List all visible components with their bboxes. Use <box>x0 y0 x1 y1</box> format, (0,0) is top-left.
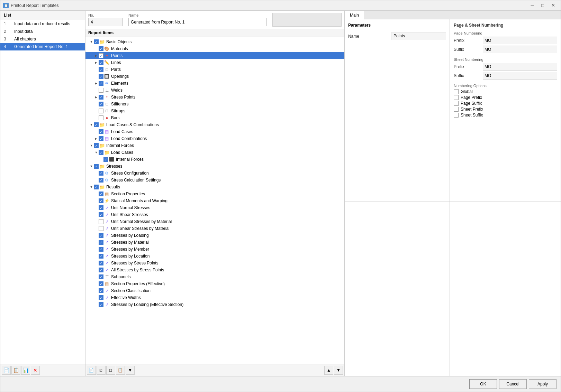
tree-checkbox-load-cases-1[interactable]: ✓ <box>99 129 103 134</box>
tree-checkbox-stresses-member[interactable]: ✓ <box>99 247 103 252</box>
maximize-button[interactable]: □ <box>538 2 548 9</box>
cancel-button[interactable]: Cancel <box>499 379 527 389</box>
tree-checkbox-stresses-loading-eff[interactable]: ✓ <box>99 302 103 307</box>
tree-checkbox-section-props[interactable]: ✓ <box>99 192 103 196</box>
tree-checkbox-load-combinations[interactable]: ✓ <box>99 136 103 141</box>
tree-node-welds[interactable]: ⊥ Welds <box>85 87 344 94</box>
tree-checkbox-bars[interactable] <box>99 115 103 120</box>
tree-checkbox-int-forces-child[interactable]: ✓ <box>103 157 108 162</box>
tree-checkbox-section-class[interactable]: ✓ <box>99 288 103 293</box>
tree-checkbox-parts[interactable]: ✓ <box>99 67 103 72</box>
list-item-selected[interactable]: 4 Generated from Report No. 1 <box>0 43 85 50</box>
tree-node-stresses-member[interactable]: ✓ ↗ Stresses by Member <box>85 246 344 253</box>
tree-node-stresses-stress-pts[interactable]: ✓ ↗ Stresses by Stress Points <box>85 260 344 267</box>
tab-main[interactable]: Main <box>345 11 364 19</box>
tree-checkbox-basic-objects[interactable]: ✓ <box>94 39 99 44</box>
tree-checkbox-stress-calc[interactable]: ✓ <box>99 178 103 183</box>
tree-toggle-basic-objects[interactable]: ▼ <box>89 39 94 44</box>
tree-node-load-cases-2[interactable]: ▼ ✓ 📁 Load Cases <box>85 149 344 156</box>
tree-node-unit-shear-mat[interactable]: ↗ Unit Shear Stresses by Material <box>85 225 344 232</box>
tree-node-stresses-loading[interactable]: ✓ ↗ Stresses by Loading <box>85 232 344 239</box>
add-report-button[interactable]: 📄 <box>2 366 11 375</box>
name-input[interactable] <box>128 18 267 26</box>
tree-checkbox-unit-shear-mat[interactable] <box>99 226 103 231</box>
tree-node-results[interactable]: ▼ ✓ 📁 Results <box>85 184 344 190</box>
tree-node-unit-shear[interactable]: ✓ ↗ Unit Shear Stresses <box>85 211 344 218</box>
tree-node-subpanels[interactable]: ✓ ⊤ Subpanels <box>85 273 344 280</box>
tree-node-materials[interactable]: ✓ 🎨 Materials <box>85 45 344 52</box>
filter-button[interactable]: ▼ <box>126 366 135 375</box>
tree-checkbox-stirrups[interactable] <box>99 109 103 113</box>
tree-checkbox-stress-config[interactable]: ✓ <box>99 171 103 176</box>
tree-checkbox-all-stresses[interactable]: ✓ <box>99 268 103 272</box>
tree-checkbox-unit-normal-mat[interactable] <box>99 219 103 224</box>
tree-node-unit-normal-mat[interactable]: ↗ Unit Normal Stresses by Material <box>85 218 344 225</box>
tree-node-stress-calc-settings[interactable]: ✓ ⚙ Stress Calculation Settings <box>85 177 344 184</box>
ok-button[interactable]: OK <box>469 379 497 389</box>
export-report-button[interactable]: 📊 <box>21 366 30 375</box>
tree-node-all-stresses[interactable]: ✓ ↗ All Stresses by Stress Points <box>85 267 344 273</box>
tree-node-stirrups[interactable]: ⊓ Stirrups <box>85 108 344 114</box>
tree-node-internal-forces-child[interactable]: ✓ ⬛ Internal Forces <box>85 156 344 163</box>
add-item-button[interactable]: 📄 <box>87 366 96 375</box>
list-item[interactable]: 2 Input data <box>0 28 85 35</box>
tree-checkbox-materials[interactable]: ✓ <box>99 46 103 51</box>
tree-toggle-points[interactable]: ▶ <box>94 53 99 58</box>
tree-node-load-combinations[interactable]: ▶ ✓ ▤ Load Combinations <box>85 135 344 142</box>
global-checkbox[interactable] <box>454 89 459 94</box>
tree-checkbox-stresses-location[interactable]: ✓ <box>99 254 103 259</box>
tree-checkbox-stresses-loading[interactable]: ✓ <box>99 233 103 238</box>
tree-node-bars[interactable]: ● Bars <box>85 114 344 121</box>
tree-toggle-stress-pts[interactable]: ▶ <box>94 95 99 100</box>
tree-toggle-results[interactable]: ▼ <box>89 185 94 189</box>
tree-checkbox-unit-shear[interactable]: ✓ <box>99 212 103 217</box>
tree-checkbox-subpanels[interactable]: ✓ <box>99 274 103 279</box>
tree-node-load-cases-1[interactable]: ✓ ▤ Load Cases <box>85 128 344 135</box>
prefix-input[interactable] <box>483 37 557 44</box>
move-down-button[interactable]: ▼ <box>334 366 343 375</box>
check-all-button[interactable]: ☑ <box>97 366 106 375</box>
tree-node-stresses-loading-eff[interactable]: ✓ ↗ Stresses by Loading (Effective Secti… <box>85 301 344 308</box>
tree-node-internal-forces-parent[interactable]: ▼ ✓ 📁 Internal Forces <box>85 142 344 149</box>
tree-checkbox-elements[interactable]: ✓ <box>99 81 103 86</box>
tree-toggle-stresses[interactable]: ▼ <box>89 164 94 169</box>
copy-item-button[interactable]: 📋 <box>116 366 125 375</box>
minimize-button[interactable]: ─ <box>527 2 537 9</box>
delete-report-button[interactable]: ✕ <box>31 366 40 375</box>
tree-node-effective-widths[interactable]: ✓ ↗ Effective Widths <box>85 294 344 301</box>
tree-checkbox-statical-moments[interactable]: ✓ <box>99 198 103 203</box>
tree-node-points[interactable]: ▶ ✓ ✦ Points <box>85 52 344 59</box>
tree-checkbox-points[interactable]: ✓ <box>99 53 103 58</box>
tree-toggle-lines[interactable]: ▶ <box>94 60 99 65</box>
tree-checkbox-internal-forces[interactable]: ✓ <box>94 143 99 148</box>
tree-toggle-load-cases-2[interactable]: ▼ <box>94 150 99 155</box>
tree-node-stiffeners[interactable]: ✓ ⊏ Stiffeners <box>85 101 344 108</box>
tree-node-lines[interactable]: ▶ ✓ ✏️ Lines <box>85 59 344 66</box>
no-input[interactable] <box>88 18 123 26</box>
tree-node-unit-normal[interactable]: ✓ ↗ Unit Normal Stresses <box>85 204 344 211</box>
tree-checkbox-load-cases-combo[interactable]: ✓ <box>94 122 99 127</box>
page-prefix-checkbox[interactable] <box>454 95 459 100</box>
tree-node-statical-moments[interactable]: ✓ ⚡ Statical Moments and Warping <box>85 197 344 204</box>
uncheck-button[interactable]: ☐ <box>106 366 115 375</box>
list-item[interactable]: 3 All chapters <box>0 35 85 43</box>
tree-node-section-class[interactable]: ✓ ↗ Section Classification <box>85 287 344 294</box>
tree-checkbox-stress-points[interactable]: ✓ <box>99 95 103 100</box>
tree-checkbox-eff-widths[interactable]: ✓ <box>99 295 103 300</box>
tree-checkbox-stiffeners[interactable]: ✓ <box>99 102 103 106</box>
tree-node-stress-points[interactable]: ▶ ✓ • Stress Points <box>85 94 344 101</box>
tree-node-load-cases-combo[interactable]: ▼ ✓ 📁 Load Cases & Combinations <box>85 121 344 128</box>
tree-node-stresses[interactable]: ▼ ✓ 📁 Stresses <box>85 163 344 170</box>
tree-checkbox-section-props-eff[interactable]: ✓ <box>99 281 103 286</box>
tree-node-section-props-eff[interactable]: ✓ ▤ Section Properties (Effective) <box>85 280 344 287</box>
tree-checkbox-load-cases-2[interactable]: ✓ <box>99 150 103 155</box>
tree-toggle-load-combo[interactable]: ▼ <box>89 122 94 127</box>
tree-checkbox-results[interactable]: ✓ <box>94 185 99 189</box>
list-item[interactable]: 1 Input data and reduced results <box>0 20 85 28</box>
tree-checkbox-stresses-stress-pts[interactable]: ✓ <box>99 261 103 265</box>
sheet-prefix-checkbox[interactable] <box>454 107 459 112</box>
close-button[interactable]: ✕ <box>548 2 558 9</box>
tree-checkbox-openings[interactable]: ✓ <box>99 74 103 79</box>
suffix-input[interactable] <box>483 46 557 53</box>
tree-toggle-elements[interactable]: ▶ <box>94 81 99 86</box>
